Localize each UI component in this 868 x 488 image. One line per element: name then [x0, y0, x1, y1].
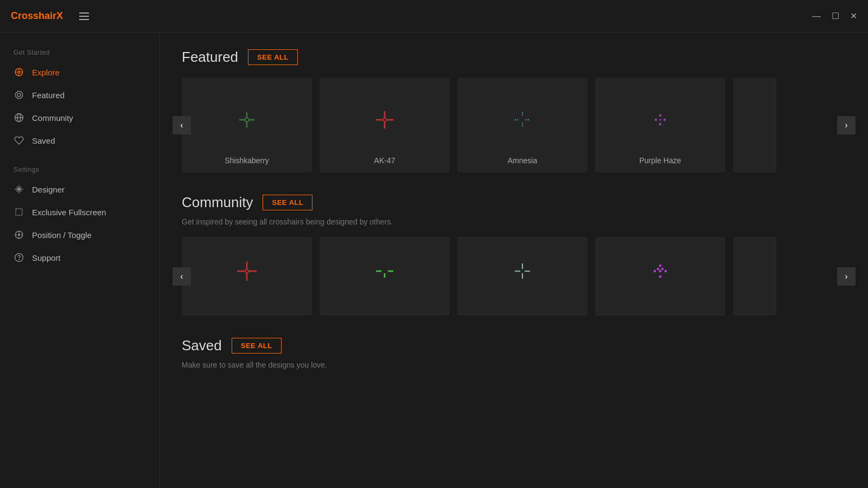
featured-card-amnesia[interactable]: Amnesia [457, 78, 588, 172]
featured-carousel-prev[interactable]: ‹ [173, 116, 191, 134]
sidebar-featured-label: Featured [32, 91, 65, 100]
svg-rect-28 [245, 118, 248, 121]
sidebar-item-designer[interactable]: Designer [0, 178, 159, 201]
saved-title: Saved [182, 337, 222, 354]
sidebar-item-saved[interactable]: Saved [0, 129, 159, 152]
fullscreen-icon [14, 207, 24, 217]
sidebar-item-community[interactable]: Community [0, 106, 159, 129]
community-visual-3 [506, 255, 539, 287]
app-title: CrosshairX [11, 10, 63, 22]
featured-see-all-button[interactable]: SEE ALL [248, 49, 298, 65]
svg-point-39 [659, 123, 661, 125]
community-description: Get inspired by seeing all crosshairs be… [182, 217, 846, 226]
svg-rect-58 [665, 270, 667, 272]
maximize-button[interactable]: ☐ [832, 12, 839, 21]
crosshair-visual-amnesia [506, 104, 539, 136]
svg-rect-15 [16, 209, 22, 215]
svg-point-1 [18, 71, 21, 74]
close-button[interactable]: ✕ [850, 12, 857, 21]
settings-label: Settings [0, 160, 159, 178]
community-visual-4 [644, 255, 676, 287]
featured-carousel-wrapper: ‹ Shishkaberry [182, 78, 846, 172]
explore-icon [14, 67, 24, 78]
community-carousel-next[interactable]: › [837, 267, 856, 286]
community-carousel-prev[interactable]: ‹ [173, 267, 191, 286]
svg-rect-59 [659, 270, 661, 272]
position-icon [14, 229, 24, 240]
featured-card-shishkaberry[interactable]: Shishkaberry [182, 78, 312, 172]
sidebar-item-exclusive-fullscreen[interactable]: Exclusive Fullscreen [0, 201, 159, 223]
svg-point-40 [655, 119, 657, 121]
sidebar-designer-label: Designer [32, 185, 65, 194]
main-layout: Get Started Explore [0, 33, 868, 488]
svg-rect-55 [659, 265, 661, 267]
community-card-partial [733, 237, 776, 316]
community-visual-2 [368, 255, 401, 287]
sidebar-explore-label: Explore [32, 68, 60, 77]
svg-rect-60 [661, 268, 663, 270]
community-section-header: Community SEE ALL [182, 194, 846, 211]
featured-card-label-ak47: AK-47 [374, 156, 395, 165]
community-card-4[interactable] [595, 237, 725, 316]
svg-point-7 [17, 93, 21, 97]
community-card-1[interactable] [182, 237, 312, 316]
featured-card-label-shishkaberry: Shishkaberry [225, 156, 269, 165]
featured-carousel-next[interactable]: › [837, 116, 856, 134]
featured-card-partial [733, 78, 776, 172]
sidebar: Get Started Explore [0, 33, 160, 488]
sidebar-exclusive-fullscreen-label: Exclusive Fullscreen [32, 208, 106, 217]
saved-see-all-button[interactable]: SEE ALL [232, 338, 282, 354]
sidebar-item-featured[interactable]: Featured [0, 84, 159, 106]
main-content: Featured SEE ALL ‹ [160, 33, 868, 488]
featured-title: Featured [182, 49, 238, 66]
saved-description: Make sure to save all the designs you lo… [182, 361, 846, 369]
svg-point-41 [663, 119, 666, 121]
sidebar-saved-label: Saved [32, 136, 55, 145]
titlebar: CrosshairX — ☐ ✕ [0, 0, 868, 33]
featured-card-purple-haze[interactable]: Purple Haze [595, 78, 725, 172]
saved-icon [14, 135, 24, 146]
svg-rect-57 [654, 270, 656, 272]
svg-point-38 [659, 114, 661, 117]
svg-point-6 [15, 91, 23, 99]
community-carousel-wrapper: ‹ [182, 237, 846, 316]
titlebar-left: CrosshairX [11, 10, 89, 22]
window-controls: — ☐ ✕ [812, 12, 857, 21]
svg-point-42 [660, 119, 661, 120]
app-title-accent: X [56, 10, 63, 21]
community-title: Community [182, 194, 253, 211]
sidebar-item-explore[interactable]: Explore [0, 61, 159, 84]
svg-rect-61 [657, 268, 659, 270]
featured-icon [14, 89, 24, 100]
sidebar-community-label: Community [32, 113, 73, 123]
crosshair-visual-shishkaberry [231, 104, 263, 136]
community-card-2[interactable] [320, 237, 450, 316]
hamburger-menu[interactable] [79, 12, 89, 20]
get-started-label: Get Started [0, 43, 159, 61]
svg-point-33 [383, 118, 386, 121]
featured-carousel: Shishkaberry AK-47 [182, 78, 846, 172]
minimize-button[interactable]: — [812, 12, 821, 21]
svg-point-47 [245, 269, 248, 273]
featured-card-label-amnesia: Amnesia [508, 156, 537, 165]
designer-icon [14, 184, 24, 195]
crosshair-visual-purple-haze [644, 104, 676, 136]
sidebar-item-support[interactable]: Support [0, 246, 159, 269]
support-icon [14, 252, 24, 263]
sidebar-item-position-toggle[interactable]: Position / Toggle [0, 223, 159, 246]
featured-card-ak47[interactable]: AK-47 [320, 78, 450, 172]
app-title-text: Crosshair [11, 10, 56, 21]
community-card-3[interactable] [457, 237, 588, 316]
community-visual-1 [231, 255, 263, 287]
svg-rect-56 [659, 275, 661, 278]
svg-point-17 [18, 234, 20, 236]
crosshair-visual-ak47 [368, 104, 401, 136]
community-icon [14, 112, 24, 123]
sidebar-support-label: Support [32, 253, 61, 262]
saved-section-header: Saved SEE ALL [182, 337, 846, 354]
featured-card-label-purple-haze: Purple Haze [639, 156, 681, 165]
featured-section-header: Featured SEE ALL [182, 49, 846, 66]
sidebar-position-toggle-label: Position / Toggle [32, 230, 92, 240]
community-see-all-button[interactable]: SEE ALL [263, 195, 312, 210]
community-carousel [182, 237, 846, 316]
